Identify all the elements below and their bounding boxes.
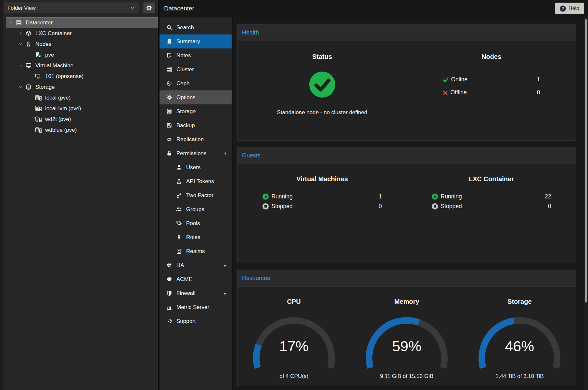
triangle-right-icon: ▸ <box>224 263 226 268</box>
nav-item-firewall[interactable]: Firewall▸ <box>160 286 232 300</box>
server-icon <box>15 20 23 25</box>
nav-item-support[interactable]: Support <box>160 314 232 328</box>
guests-column-heading: LXC Container <box>469 175 514 183</box>
chevron-down-icon[interactable] <box>7 20 15 25</box>
tree-item-label: local (pve) <box>45 95 70 101</box>
nav-item-label: Metric Server <box>176 304 209 311</box>
nav-item-users[interactable]: Users <box>160 160 232 174</box>
help-button[interactable]: ? Help <box>555 3 584 14</box>
tags-icon <box>175 221 183 226</box>
resource-gauge-storage: Storage46%1.44 TiB of 3.10 TiB <box>463 287 576 386</box>
tree-item-storage[interactable]: Storage <box>3 82 158 92</box>
tree-settings-button[interactable] <box>143 3 155 13</box>
help-icon: ? <box>560 6 566 12</box>
scrollbar-thumb[interactable] <box>585 19 587 303</box>
tree-item-local-pve[interactable]: local (pve) <box>3 92 158 103</box>
tree-item-label: 101 (opnsense) <box>45 73 83 80</box>
guest-state-label: Running <box>441 193 462 200</box>
tree-item-wdblue-pve[interactable]: wdblue (pve) <box>3 125 158 135</box>
nav-item-label: Firewall <box>176 290 196 297</box>
node-state-count: 0 <box>537 89 540 96</box>
nav-item-label: HA <box>176 262 184 269</box>
tree-item-local-lvm-pve[interactable]: local-lvm (pve) <box>3 103 158 114</box>
tree-item-lxc-container[interactable]: LXC Container <box>3 28 158 39</box>
nav-item-api-tokens[interactable]: API Tokens <box>160 174 232 188</box>
chevron-down-icon[interactable] <box>17 85 24 89</box>
guest-running-row: Running1 <box>262 193 382 200</box>
shield-icon <box>165 290 173 296</box>
tree-item-nodes[interactable]: Nodes <box>3 39 158 49</box>
guest-stopped-row: Stopped0 <box>262 203 382 210</box>
replication-icon <box>165 137 173 142</box>
view-mode-select[interactable]: Folder View <box>4 3 138 13</box>
tree-item-datacenter[interactable]: Datacenter <box>6 17 158 28</box>
gauge-detail: 1.44 TiB of 3.10 TiB <box>495 373 543 380</box>
nav-item-label: Storage <box>176 108 196 115</box>
nav-item-two-factor[interactable]: Two Factor <box>160 188 232 202</box>
nav-item-label: Ceph <box>176 80 190 87</box>
gauge-detail: of 4 CPU(s) <box>279 373 308 380</box>
guests-panel-header: Guests <box>237 147 576 164</box>
resource-gauge-memory: Memory59%9.11 GiB of 15.50 GiB <box>350 287 463 386</box>
guest-rows: Running22Stopped0 <box>432 193 551 210</box>
gauge-heading: Memory <box>394 298 419 305</box>
building-icon <box>24 41 33 47</box>
nav-item-acme[interactable]: ACME <box>160 272 232 286</box>
content-scrollbar[interactable] <box>584 17 588 390</box>
gauge-heading: CPU <box>287 298 301 305</box>
health-panel-title: Health <box>242 29 259 36</box>
gauge-percent: 17% <box>245 338 343 355</box>
nav-item-label: Search <box>176 24 194 31</box>
guests-column-virtual-machines: Virtual MachinesRunning1Stopped0 <box>237 164 407 263</box>
building-check-icon <box>34 52 43 58</box>
nav-item-roles[interactable]: Roles <box>160 230 232 244</box>
resources-panel-title: Resources <box>242 275 270 282</box>
tree-toolbar: Folder View <box>3 0 158 16</box>
health-panel: Health Status Standalone node - no <box>237 24 576 141</box>
nav-item-metric-server[interactable]: Metric Server <box>160 300 232 314</box>
tree-item-label: Virtual Machine <box>35 62 73 69</box>
nav-item-search[interactable]: Search <box>160 20 232 34</box>
nav-item-ceph[interactable]: Ceph <box>160 76 232 90</box>
nav-item-storage[interactable]: Storage <box>160 104 232 118</box>
nav-item-label: Backup <box>176 122 195 129</box>
nav-item-summary[interactable]: Summary <box>160 34 232 48</box>
summary-content: Health Status Standalone node - no <box>232 17 588 390</box>
address-book-icon <box>175 249 183 254</box>
gauge: 46% <box>471 313 568 370</box>
nav-item-ha[interactable]: HA▸ <box>160 258 232 272</box>
tree-item-pve[interactable]: pve <box>3 49 158 60</box>
desktop-icon <box>24 63 33 68</box>
tree-item-label: wdblue (pve) <box>45 127 77 133</box>
nav-item-permissions[interactable]: Permissions▾ <box>160 146 232 160</box>
comments-icon <box>165 318 173 324</box>
tree-item-virtual-machine[interactable]: Virtual Machine <box>3 60 158 71</box>
nav-item-replication[interactable]: Replication <box>160 132 232 146</box>
workspace: Datacenter ? Help SearchSummaryNotesClus… <box>158 0 588 390</box>
help-button-label: Help <box>569 6 579 11</box>
chevron-down-icon[interactable] <box>17 42 24 46</box>
nav-item-pools[interactable]: Pools <box>160 216 232 230</box>
tree-item-wd2t-pve[interactable]: wd2t (pve) <box>3 114 158 125</box>
database-drive-icon <box>34 95 43 101</box>
nav-item-groups[interactable]: Groups <box>160 202 232 216</box>
nav-item-cluster[interactable]: Cluster <box>160 62 232 76</box>
acme-icon <box>165 276 173 282</box>
tree-item-101-opnsense[interactable]: 101 (opnsense) <box>3 71 158 82</box>
heartbeat-icon <box>165 262 173 268</box>
gauge-percent: 59% <box>358 338 455 355</box>
chevron-down-icon[interactable] <box>17 63 24 68</box>
chevron-right-icon[interactable] <box>17 31 24 35</box>
guests-column-lxc-container: LXC ContainerRunning22Stopped0 <box>407 164 576 263</box>
nav-item-realms[interactable]: Realms <box>160 244 232 258</box>
server-icon <box>165 67 173 72</box>
person-icon <box>175 235 183 240</box>
nav-item-notes[interactable]: Notes <box>160 48 232 62</box>
nav-item-options[interactable]: Options <box>160 90 232 104</box>
node-state-label: Online <box>451 76 468 83</box>
resource-tree: DatacenterLXC ContainerNodespveVirtual M… <box>3 16 158 135</box>
nav-item-backup[interactable]: Backup <box>160 118 232 132</box>
nodes-rows: Online1Offline0 <box>443 76 540 96</box>
tree-item-label: Datacenter <box>26 20 53 26</box>
guests-column-heading: Virtual Machines <box>296 175 348 183</box>
